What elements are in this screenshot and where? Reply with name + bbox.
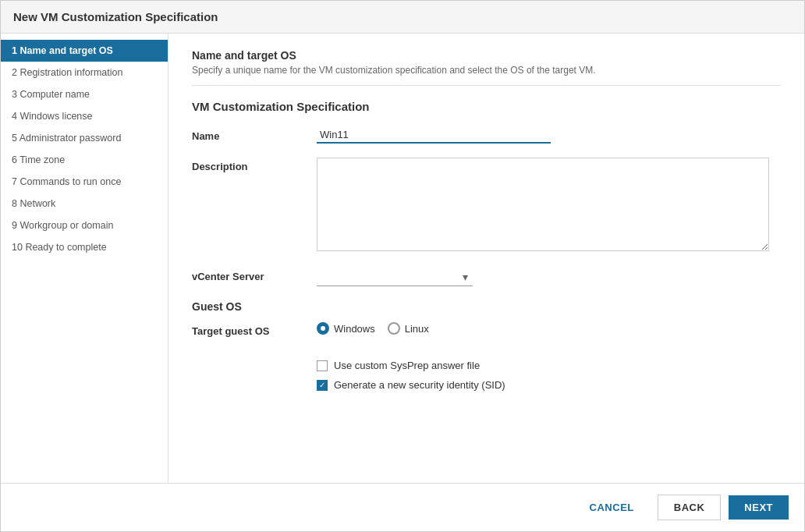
sidebar-item-windows-license[interactable]: 4 Windows license	[1, 105, 168, 127]
radio-windows[interactable]: Windows	[317, 322, 375, 335]
section-subtitle: Specify a unique name for the VM customi…	[192, 65, 781, 86]
sidebar-item-registration-info[interactable]: 2 Registration information	[1, 62, 168, 83]
radio-linux-circle	[388, 322, 400, 335]
sidebar-item-ready-to-complete[interactable]: 10 Ready to complete	[1, 236, 168, 258]
vcenter-select[interactable]	[317, 268, 473, 286]
sidebar-item-name-target-os[interactable]: 1 Name and target OS	[1, 40, 168, 62]
main-content: Name and target OS Specify a unique name…	[168, 34, 804, 483]
vcenter-field-wrapper	[317, 268, 781, 286]
name-field-wrapper	[317, 127, 781, 144]
sidebar-item-computer-name[interactable]: 3 Computer name	[1, 83, 168, 105]
description-label: Description	[192, 158, 317, 172]
vcenter-label: vCenter Server	[192, 268, 317, 282]
spec-heading: VM Customization Specification	[192, 100, 781, 113]
name-label: Name	[192, 127, 317, 142]
radio-group: Windows Linux	[317, 322, 781, 335]
description-textarea[interactable]	[317, 158, 769, 251]
radio-windows-label: Windows	[334, 323, 375, 335]
description-row: Description	[192, 158, 781, 254]
sid-checkbox[interactable]	[317, 380, 328, 391]
footer: CANCEL BACK NEXT	[1, 483, 804, 531]
sidebar-item-admin-password[interactable]: 5 Administrator password	[1, 127, 168, 149]
guest-os-title: Guest OS	[192, 300, 781, 313]
dialog-title: New VM Customization Specification	[1, 1, 804, 34]
checkboxes-area: Use custom SysPrep answer file Generate …	[192, 360, 781, 391]
sidebar-item-workgroup-domain[interactable]: 9 Workgroup or domain	[1, 215, 168, 236]
dialog-body: 1 Name and target OS2 Registration infor…	[1, 34, 804, 483]
back-button[interactable]: BACK	[658, 495, 722, 520]
sidebar-item-time-zone[interactable]: 6 Time zone	[1, 149, 168, 171]
target-guest-os-options: Windows Linux	[317, 322, 781, 346]
target-guest-os-row: Target guest OS Windows Linux	[192, 322, 781, 346]
sidebar-item-commands-to-run[interactable]: 7 Commands to run once	[1, 171, 168, 193]
vcenter-row: vCenter Server	[192, 268, 781, 286]
sidebar: 1 Name and target OS2 Registration infor…	[1, 34, 168, 483]
radio-linux-label: Linux	[405, 323, 429, 335]
sidebar-item-network[interactable]: 8 Network	[1, 193, 168, 215]
section-title: Name and target OS	[192, 49, 781, 62]
description-field-wrapper	[317, 158, 781, 254]
sysprep-checkbox[interactable]	[317, 360, 328, 371]
radio-linux[interactable]: Linux	[388, 322, 429, 335]
sysprep-label: Use custom SysPrep answer file	[334, 360, 480, 371]
vcenter-select-wrapper	[317, 268, 473, 286]
next-button[interactable]: NEXT	[729, 495, 789, 520]
name-input[interactable]	[317, 127, 551, 144]
radio-windows-circle	[317, 322, 329, 335]
dialog: New VM Customization Specification 1 Nam…	[0, 0, 805, 532]
sid-label: Generate a new security identity (SID)	[334, 379, 505, 391]
guest-os-section: Guest OS Target guest OS Windows Linux	[192, 300, 781, 391]
sysprep-row[interactable]: Use custom SysPrep answer file	[317, 360, 781, 371]
sid-row[interactable]: Generate a new security identity (SID)	[317, 379, 781, 391]
name-row: Name	[192, 127, 781, 144]
target-guest-os-label: Target guest OS	[192, 322, 317, 337]
cancel-button[interactable]: CANCEL	[574, 495, 650, 520]
